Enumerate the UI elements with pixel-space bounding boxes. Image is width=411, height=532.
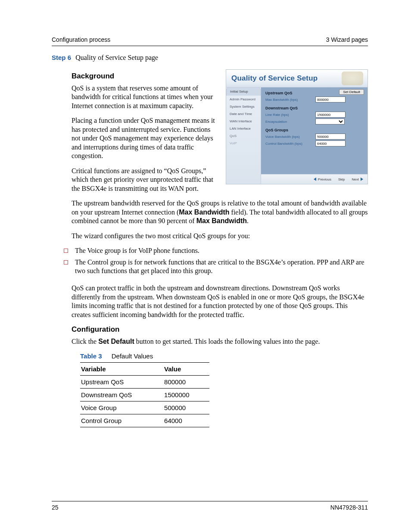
qos-title: Quality of Service Setup [231, 74, 318, 83]
table-row: Voice Group 500000 [80, 401, 209, 414]
configuration-title: Configuration [72, 325, 368, 334]
cell-value: 64000 [163, 414, 209, 427]
th-value: Value [163, 362, 209, 375]
next-label: Next [352, 177, 359, 181]
skip-label: Skip [338, 177, 345, 181]
nav-system-settings[interactable]: System Settings [226, 103, 261, 110]
p4-bold2: Max Bandwidth [196, 217, 247, 224]
qos-titlebar: Quality of Service Setup [226, 70, 367, 87]
doc-number: NN47928-311 [330, 504, 368, 511]
th-variable: Variable [80, 362, 163, 375]
qos-sidebar: Initial Setup Admin Password System Sett… [226, 87, 261, 184]
skip-button[interactable]: Skip [338, 177, 345, 181]
max-bandwidth-label: Max Bandwidth (bps) [265, 98, 313, 102]
default-values-table: Variable Value Upstream QoS 800000 Downs… [80, 362, 209, 427]
chevron-left-icon [314, 177, 316, 181]
table-row: Downstream QoS 1500000 [80, 388, 209, 401]
cell-value: 800000 [163, 375, 209, 388]
max-bandwidth-input[interactable] [315, 96, 346, 103]
background-p3: Critical functions are assigned to “QoS … [72, 167, 215, 193]
nav-voip[interactable]: VoIP [226, 140, 261, 147]
cell-value: 1500000 [163, 388, 209, 401]
nav-qos[interactable]: QoS [226, 132, 261, 140]
cfg-p1-bold: Set Default [98, 338, 134, 345]
downstream-qos-heading: Downstream QoS [265, 106, 364, 110]
cfg-p1b: button to get started. This loads the fo… [134, 338, 320, 345]
table-row: Upstream QoS 800000 [80, 375, 209, 388]
nav-wan-interface[interactable]: WAN Interface [226, 118, 261, 125]
header-left: Configuration process [52, 36, 110, 43]
qos-tab-initial-setup[interactable]: Initial Setup [226, 87, 261, 96]
voice-bandwidth-input[interactable] [315, 134, 346, 140]
page-number: 25 [52, 504, 59, 511]
qos-footer: Previous Skip Next [261, 174, 367, 184]
background-p2: Placing a function under QoS management … [72, 116, 215, 160]
step-title: Quality of Service Setup page [75, 54, 158, 61]
cell-variable: Voice Group [80, 401, 163, 414]
cfg-p1a: Click the [72, 338, 98, 345]
background-p1: QoS is a system that reserves some amoun… [72, 84, 215, 110]
p4-bold1: Max Bandwidth [179, 208, 229, 216]
p4c: . [247, 217, 249, 224]
cell-variable: Control Group [80, 414, 163, 427]
nav-admin-password[interactable]: Admin Password [226, 96, 261, 103]
running-header: Configuration process 3 Wizard pages [52, 36, 368, 43]
qos-logo-icon [342, 72, 363, 85]
line-rate-label: Line Rate (bps) [265, 113, 313, 117]
table-row: Control Group 64000 [80, 414, 209, 427]
next-button[interactable]: Next [352, 177, 363, 181]
table-caption: Table 3 Default Values [80, 352, 368, 360]
encapsulation-label: Encapsulation [265, 120, 313, 124]
step-heading: Step 6 Quality of Service Setup page [52, 54, 368, 62]
configuration-p1: Click the Set Default button to get star… [72, 337, 368, 346]
step-label: Step 6 [52, 54, 71, 61]
background-p6: QoS can protect traffic in both the upst… [72, 284, 368, 319]
previous-button[interactable]: Previous [314, 177, 331, 181]
previous-label: Previous [318, 177, 331, 181]
chevron-right-icon [361, 177, 363, 181]
footer-rule [52, 501, 368, 501]
line-rate-input[interactable] [315, 112, 346, 118]
nav-date-and-time[interactable]: Date and Time [226, 110, 261, 118]
set-default-button[interactable]: Set Default [339, 89, 364, 95]
running-footer: 25 NN47928-311 [52, 504, 368, 511]
cell-variable: Upstream QoS [80, 375, 163, 388]
bullet-control-group: The Control group is for network functio… [60, 258, 368, 276]
background-p5: The wizard configures the two most criti… [72, 232, 368, 240]
table-caption-title: Default Values [112, 352, 153, 360]
encapsulation-select[interactable] [315, 118, 345, 124]
nav-lan-interface[interactable]: LAN Interface [226, 125, 261, 132]
header-rule [52, 46, 368, 46]
qos-groups-heading: QoS Groups [265, 128, 364, 132]
control-bandwidth-label: Control Bandwidth (bps) [265, 142, 313, 146]
background-title: Background [72, 72, 215, 81]
cell-value: 500000 [163, 401, 209, 414]
header-right: 3 Wizard pages [326, 36, 368, 43]
qos-setup-screenshot: Quality of Service Setup Initial Setup A… [226, 69, 368, 184]
background-p4: The upstream bandwidth reserved for the … [72, 199, 368, 225]
table-caption-label: Table 3 [80, 352, 102, 360]
cell-variable: Downstream QoS [80, 388, 163, 401]
qos-main-form: Set Default Upstream QoS Max Bandwidth (… [261, 87, 367, 184]
table-head-row: Variable Value [80, 362, 209, 375]
control-bandwidth-input[interactable] [315, 140, 346, 146]
bullet-voice-group: The Voice group is for VoIP phone functi… [60, 246, 368, 255]
voice-bandwidth-label: Voice Bandwidth (bps) [265, 135, 313, 139]
